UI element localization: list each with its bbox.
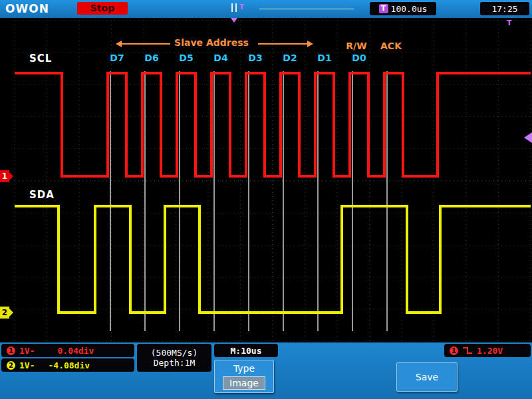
acquisition-status-badge: Stop xyxy=(77,2,128,15)
trigger-flag: T xyxy=(507,19,512,27)
rw-bit-label: R/W xyxy=(346,41,366,51)
arrow-left-line-icon xyxy=(121,43,170,45)
ch1-position-marker[interactable]: 1 xyxy=(0,170,9,182)
ch1-position: 0.04div xyxy=(57,346,94,356)
timebase-readout: M:10us xyxy=(214,344,278,357)
falling-edge-icon xyxy=(462,346,473,354)
bit-label-d3: D3 xyxy=(248,53,262,63)
ch1-scale: 1V- xyxy=(19,346,35,356)
ch2-position-marker[interactable]: 2 xyxy=(0,307,9,319)
bit-label-d7: D7 xyxy=(110,53,124,63)
trigger-level-arrow[interactable] xyxy=(524,132,532,143)
clock-readout: 17:25 xyxy=(480,2,529,15)
trigger-position-icon: T xyxy=(239,3,244,11)
scl-trace-label: SCL xyxy=(29,53,52,65)
ch2-readout: 2 1V- -4.08div xyxy=(1,358,134,372)
trigger-offset-readout: T 100.0us xyxy=(370,2,436,15)
trigger-level-value: 1.20V xyxy=(477,346,503,356)
ch1-marker-number: 1 xyxy=(2,172,7,181)
save-button[interactable]: Save xyxy=(396,362,458,392)
ch2-marker-tip-icon xyxy=(9,309,13,317)
arrow-right-line-icon xyxy=(258,43,307,45)
bit-label-d1: D1 xyxy=(317,53,331,63)
brand-logo: OWON xyxy=(5,2,49,15)
memory-position-bar xyxy=(259,9,354,9)
top-status-bar: OWON Stop T T 100.0us 17:25 xyxy=(0,0,532,18)
ch1-icon: 1 xyxy=(7,346,15,355)
ch1-marker-tip-icon xyxy=(9,172,13,180)
bottom-menu-bar: 1 1V- 0.04div 2 1V- -4.08div (500MS/s) D… xyxy=(0,342,532,399)
bit-label-d4: D4 xyxy=(213,53,227,63)
bit-label-d5: D5 xyxy=(179,53,193,63)
ch2-marker-number: 2 xyxy=(2,308,7,317)
trigger-offset-value: 100.0us xyxy=(391,4,428,14)
sample-rate: (500MS/s) xyxy=(151,348,198,358)
trigger-t-icon: T xyxy=(379,4,388,13)
bit-label-d6: D6 xyxy=(144,53,158,63)
trigger-position-marker[interactable] xyxy=(231,18,237,23)
ch2-scale: 1V- xyxy=(19,360,35,370)
bit-label-d2: D2 xyxy=(283,53,297,63)
clock-value: 17:25 xyxy=(491,4,517,14)
ch2-position: -4.08div xyxy=(48,360,90,370)
bit-label-d0: D0 xyxy=(352,53,366,63)
sda-trace-label: SDA xyxy=(29,189,55,201)
waveform-plot xyxy=(0,18,532,342)
waveform-display: T Slave Address R/W ACK D7D6D5D4D3D2D1D0… xyxy=(0,18,532,342)
memory-window-bar-icon xyxy=(235,3,237,12)
slave-address-label: Slave Address xyxy=(174,37,249,48)
type-selected-value[interactable]: Image xyxy=(223,376,265,390)
trigger-channel-icon: 1 xyxy=(450,346,458,355)
memory-depth: Depth:1M xyxy=(154,358,196,368)
memory-window-bar-icon xyxy=(231,3,233,12)
trigger-readout: 1 1.20V xyxy=(444,344,531,357)
arrow-right-icon xyxy=(307,41,313,47)
timebase-value: M:10us xyxy=(231,346,262,356)
type-button-label: Type xyxy=(233,363,255,374)
type-menu-button[interactable]: Type Image xyxy=(214,360,274,393)
acquisition-readout: (500MS/s) Depth:1M xyxy=(137,344,211,372)
ch1-readout: 1 1V- 0.04div xyxy=(1,344,134,357)
ack-bit-label: ACK xyxy=(380,41,402,51)
ch2-icon: 2 xyxy=(7,361,15,370)
arrow-left-icon xyxy=(116,41,122,47)
